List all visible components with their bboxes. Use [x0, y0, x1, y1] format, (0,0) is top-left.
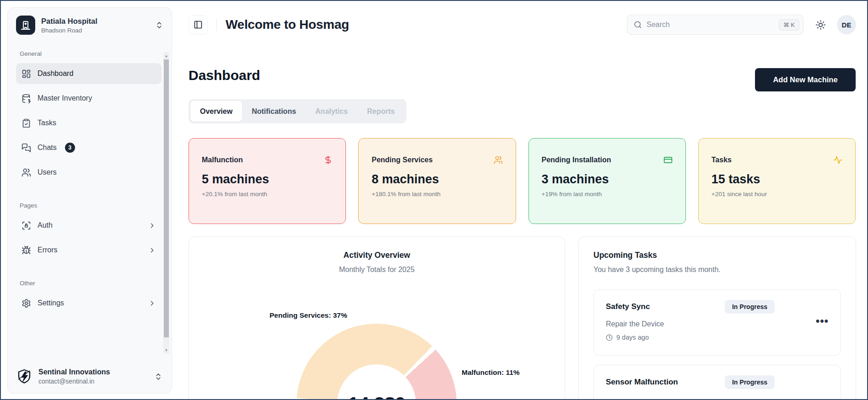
stat-value: 5 machines — [202, 172, 333, 187]
task-actions-ellipsis-button[interactable]: ••• — [816, 315, 829, 326]
sidebar-item-auth[interactable]: Auth — [16, 215, 162, 236]
search-icon — [634, 21, 642, 29]
donut-center-total: 14,280 — [348, 393, 405, 400]
status-badge: In Progress — [725, 375, 775, 389]
stat-delta: +201 since last hour — [712, 191, 842, 197]
stat-title: Tasks — [712, 156, 732, 164]
scrollbar-down-arrow[interactable]: ▼ — [163, 347, 169, 354]
task-list: Safety Sync In Progress Repair the Devic… — [593, 289, 841, 400]
tab-notifications[interactable]: Notifications — [242, 101, 306, 122]
sidebar-item-label: Settings — [38, 299, 64, 307]
tab-bar: Overview Notifications Analytics Reports — [189, 99, 406, 123]
stat-cards: Malfunction 5 machines +20.1% from last … — [189, 138, 856, 224]
database-zap-icon — [22, 94, 31, 103]
hospital-icon — [20, 20, 31, 31]
chevron-right-icon — [148, 222, 156, 229]
vendor-name: Sentinal Innovations — [38, 368, 110, 376]
stat-value: 15 tasks — [712, 172, 842, 187]
bug-icon — [22, 245, 31, 255]
status-badge: In Progress — [725, 300, 775, 314]
stat-value: 8 machines — [372, 172, 502, 187]
sidebar-item-label: Tasks — [38, 119, 56, 127]
section-label-general: General — [20, 50, 158, 57]
add-new-machine-button[interactable]: Add New Machine — [755, 68, 856, 91]
slice-label-pending-services: Pending Services: 37% — [270, 311, 347, 320]
sidebar-toggle-button[interactable] — [189, 15, 208, 34]
app-root: { "sidebar": { "org": { "name": "Patiala… — [0, 0, 868, 400]
user-avatar[interactable]: DE — [837, 15, 856, 34]
sidebar-item-label: Auth — [38, 221, 53, 229]
sidebar-item-dashboard[interactable]: Dashboard — [16, 63, 162, 84]
stat-delta: +180.1% from last month — [372, 191, 502, 197]
scrollbar-up-arrow[interactable]: ▲ — [163, 52, 169, 59]
app-title: Welcome to Hosmag — [226, 17, 349, 32]
stat-card-malfunction: Malfunction 5 machines +20.1% from last … — [189, 138, 346, 224]
donut-chart: Pending Services: 37% Malfunction: 11% 1… — [189, 237, 565, 400]
vendor-switcher[interactable]: Sentinal Innovations contact@sentinal.in — [8, 361, 172, 393]
scrollbar-thumb[interactable] — [164, 59, 169, 337]
page-title: Dashboard — [189, 68, 260, 83]
stat-card-pending-installation: Pending Installation 3 machines +19% fro… — [528, 138, 686, 224]
task-title: Safety Sync — [606, 302, 650, 311]
org-switcher[interactable]: Patiala Hospital Bhadson Road — [8, 8, 172, 40]
chevron-right-icon — [148, 299, 156, 307]
tab-overview[interactable]: Overview — [190, 101, 242, 122]
sun-icon — [815, 20, 826, 30]
vendor-email: contact@sentinal.in — [38, 378, 110, 385]
section-label-pages: Pages — [20, 202, 158, 209]
auth-lock-icon — [22, 221, 31, 230]
shield-bolt-logo-icon — [16, 368, 32, 385]
sidebar-item-errors[interactable]: Errors — [16, 240, 162, 261]
search-box[interactable]: ⌘ K — [627, 15, 803, 35]
clock-icon — [606, 334, 613, 341]
sidebar-item-label: Dashboard — [38, 69, 73, 78]
sidebar-item-label: Errors — [38, 246, 58, 254]
sidebar-item-master-inventory[interactable]: Master Inventory — [16, 88, 162, 109]
sidebar-item-label: Chats — [38, 144, 57, 152]
dollar-sign-icon — [323, 155, 333, 165]
stat-value: 3 machines — [542, 172, 673, 187]
section-label-other: Other — [20, 280, 158, 287]
sidebar-nav: General Dashboard Master Inventory Tasks… — [8, 50, 172, 314]
sidebar-item-label: Users — [38, 168, 57, 176]
stat-title: Malfunction — [202, 156, 243, 164]
sidebar-item-tasks[interactable]: Tasks — [16, 112, 162, 133]
donut-ring: 14,280 — [297, 324, 457, 400]
search-input[interactable] — [647, 21, 774, 29]
stat-card-pending-services: Pending Services 8 machines +180.1% from… — [358, 138, 516, 224]
layout-dashboard-icon — [22, 69, 31, 79]
stat-title: Pending Services — [372, 156, 432, 164]
sidebar-item-users[interactable]: Users — [16, 162, 162, 183]
search-shortcut-kbd: ⌘ K — [779, 19, 799, 31]
sidebar-item-settings[interactable]: Settings — [16, 293, 162, 314]
sidebar-scrollbar[interactable]: ▲ ▼ — [163, 52, 169, 354]
bottom-panels: Activity Overview Monthly Totals for 202… — [189, 236, 856, 400]
clipboard-check-icon — [22, 118, 31, 128]
panel-left-icon — [194, 20, 203, 29]
theme-toggle-button[interactable] — [815, 20, 826, 30]
chevrons-up-down-icon — [154, 373, 162, 381]
users-icon — [494, 155, 503, 165]
task-title: Sensor Malfunction — [606, 378, 678, 387]
gear-icon — [22, 299, 31, 308]
tasks-panel-title: Upcoming Tasks — [593, 251, 841, 260]
stat-delta: +20.1% from last month — [202, 191, 333, 197]
credit-card-icon — [663, 155, 673, 165]
topbar: Welcome to Hosmag ⌘ K DE — [189, 15, 856, 35]
org-name: Patiala Hospital — [41, 17, 97, 26]
task-item-safety-sync: Safety Sync In Progress Repair the Devic… — [593, 289, 841, 356]
divider — [216, 19, 217, 31]
org-location: Bhadson Road — [41, 27, 97, 34]
messages-icon — [22, 143, 31, 153]
hospital-logo — [16, 16, 35, 35]
stat-title: Pending Installation — [542, 156, 611, 164]
sidebar-item-chats[interactable]: Chats 3 — [16, 137, 162, 158]
tab-analytics: Analytics — [306, 101, 357, 122]
sidebar: Patiala Hospital Bhadson Road General Da… — [7, 7, 172, 394]
users-icon — [22, 168, 31, 177]
task-item-sensor-malfunction: Sensor Malfunction In Progress — [593, 365, 841, 400]
tab-reports: Reports — [357, 101, 404, 122]
sidebar-item-label: Master Inventory — [38, 94, 92, 102]
task-time: 9 days ago — [616, 334, 649, 341]
activity-overview-card: Activity Overview Monthly Totals for 202… — [189, 236, 565, 400]
